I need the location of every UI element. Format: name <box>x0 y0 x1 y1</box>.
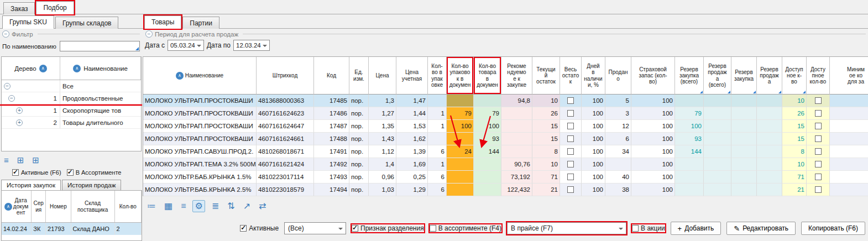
row-checkbox-cell[interactable] <box>560 184 582 196</box>
table-row[interactable]: МОЛОКО УЛЬТРАП.ТЕМА 3.2% 500М46071616214… <box>143 158 868 171</box>
checkbox-box[interactable] <box>815 174 822 180</box>
products-column-header-5[interactable]: Цена учетная <box>396 57 428 95</box>
main-tab-1[interactable]: Подбор <box>36 1 74 14</box>
table-row[interactable]: МОЛОКО УЛЬТРАП.ПРОСТОКВАШИ48136880003631… <box>143 95 868 107</box>
add-button[interactable]: + Добавить <box>671 222 721 235</box>
numbered-list-icon[interactable]: ≣ <box>210 201 221 212</box>
settings-gear-icon[interactable]: ⚙ <box>192 200 205 212</box>
split-flag-checkbox[interactable]: Признак разделения <box>352 224 424 232</box>
row-checkbox-cell[interactable] <box>807 171 830 184</box>
row-checkbox-cell[interactable] <box>807 145 830 158</box>
history-column-header-0[interactable]: ∧Дата докум ент <box>2 191 32 222</box>
expand-icon[interactable]: + <box>16 107 23 114</box>
tree-column-header-0[interactable]: Дерево∧ <box>2 57 60 80</box>
checkbox-box[interactable] <box>567 186 574 193</box>
tree-row[interactable]: +2Товары длительного <box>2 117 141 129</box>
products-column-header-19[interactable]: Доступ ное к- во <box>782 57 807 95</box>
products-column-header-20[interactable]: Досту пное кол-во <box>807 57 830 95</box>
main-tab-0[interactable]: Заказ <box>3 2 35 14</box>
products-column-header-8[interactable]: Кол-во товара в докумен <box>474 57 501 95</box>
calendar-dropdown-icon[interactable] <box>197 45 201 47</box>
collapse-icon[interactable]: − <box>8 95 15 102</box>
refresh-icon[interactable]: ⇄ <box>257 201 268 212</box>
table-row[interactable]: МОЛОКО УЛЬТРАП.ПРОСТОКВАШИ46071616246611… <box>143 133 868 145</box>
goods-tab-0[interactable]: Товары <box>144 15 181 29</box>
history-tab-1[interactable]: История продаж <box>62 180 121 190</box>
grid-icon[interactable]: ▦ <box>163 201 174 212</box>
all-select[interactable]: (Все) <box>284 222 346 234</box>
checkbox-box[interactable] <box>567 97 574 104</box>
checkbox-box[interactable] <box>430 225 436 232</box>
tree-row[interactable]: +1Скоропортящие тов <box>2 104 141 117</box>
sku-tab-1[interactable]: Группы складов <box>55 17 118 29</box>
checkbox-box[interactable] <box>815 110 822 117</box>
goods-tab-1[interactable]: Партии <box>182 17 219 29</box>
checkbox-box[interactable] <box>567 135 574 142</box>
products-column-header-16[interactable]: Резерв продаж а (всего) <box>704 57 731 95</box>
products-column-header-6[interactable]: Кол- во в упак овке <box>428 57 447 95</box>
products-column-header-9[interactable]: Рекоме ндуемо е к закупке <box>501 57 532 95</box>
expand-icon[interactable]: + <box>16 119 23 126</box>
table-row[interactable]: МОЛОКО УЛЬТР.БАБ.КРЫНКА 1.5%481022301711… <box>143 171 868 184</box>
row-checkbox-cell[interactable] <box>560 171 582 184</box>
products-column-header-14[interactable]: Страховой запас (кол- во) <box>631 57 675 95</box>
checkbox-box[interactable] <box>815 123 822 129</box>
checklist-icon[interactable]: ≔ <box>145 201 158 212</box>
checkbox-box[interactable] <box>567 123 574 129</box>
products-column-header-3[interactable]: Ед. изм. <box>349 57 369 95</box>
sort-list-icon[interactable]: ⇅ <box>226 201 236 212</box>
checkbox-box[interactable] <box>240 225 247 232</box>
row-checkbox-cell[interactable] <box>807 133 830 145</box>
products-column-header-21[interactable]: Миним ое ко для за <box>830 57 868 95</box>
checkbox-box[interactable] <box>352 225 358 232</box>
assortment-checkbox[interactable]: В ассортименте (F4) <box>430 224 501 232</box>
row-checkbox-cell[interactable] <box>560 107 582 120</box>
history-column-header-3[interactable]: Склад поставщика <box>71 191 115 222</box>
filter-icon[interactable]: ≡ <box>179 201 187 212</box>
table-row[interactable]: МОЛОКО УЛЬТРАП.ПРОСТОКВАШИ46071616246471… <box>143 120 868 133</box>
checkbox-box[interactable] <box>815 135 822 142</box>
row-checkbox-cell[interactable] <box>560 158 582 171</box>
tree-filter-checkbox-0[interactable]: Активные (F6) <box>12 169 61 176</box>
table-row[interactable]: МОЛОКО УЛЬТР.БАБ.КРЫНКА 2.5%481022301857… <box>143 184 868 196</box>
products-column-header-15[interactable]: Резерв закупка (всего) <box>675 57 704 95</box>
date-to-input[interactable]: 12.03.24 <box>233 40 270 51</box>
checkbox-box[interactable] <box>815 161 822 167</box>
history-column-header-4[interactable]: Кол-во <box>115 191 142 222</box>
filter-icon[interactable]: ≡ <box>2 155 11 165</box>
active-filter-checkbox[interactable]: Активные <box>240 224 279 232</box>
row-checkbox-cell[interactable] <box>807 184 830 196</box>
checkbox-box[interactable] <box>12 169 19 176</box>
checkbox-box[interactable] <box>567 161 574 167</box>
row-checkbox-cell[interactable] <box>807 95 830 107</box>
checkbox-box[interactable] <box>567 110 574 117</box>
sku-tab-0[interactable]: Группы SKU <box>2 15 54 29</box>
history-column-header-2[interactable]: Номер <box>46 191 71 222</box>
tree-column-header-1[interactable]: ∧Наименование <box>60 57 141 80</box>
row-checkbox-cell[interactable] <box>560 145 582 158</box>
products-column-header-13[interactable]: Продан о <box>605 57 631 95</box>
table-row[interactable]: МОЛОКО УЛЬТРАП.ПРОСТОКВАШИ46071616246231… <box>143 107 868 120</box>
export-icon[interactable]: ↗ <box>242 201 252 212</box>
add-group-icon[interactable]: ⊞ <box>30 155 41 165</box>
row-checkbox-cell[interactable] <box>560 120 582 133</box>
products-column-header-0[interactable]: ∧Наименование <box>143 57 257 95</box>
add-item-icon[interactable]: ⊞ <box>15 155 26 165</box>
history-tab-0[interactable]: История закупок <box>1 180 61 190</box>
table-row[interactable]: МОЛОКО УЛЬТРАП.САВУШ.ПРОД.2.481026801867… <box>143 145 868 158</box>
checkbox-box[interactable] <box>815 148 822 155</box>
products-column-header-12[interactable]: Дней в наличи и, % <box>582 57 605 95</box>
sort-icon[interactable]: ∧ <box>39 65 47 72</box>
products-column-header-18[interactable]: Резерв продаж а <box>757 57 782 95</box>
promo-checkbox[interactable]: В акции <box>632 224 665 232</box>
tree-filter-checkbox-1[interactable]: В Ассортименте <box>67 169 122 176</box>
tree-row[interactable]: −1Продовольственные <box>2 92 141 104</box>
row-checkbox-cell[interactable] <box>560 133 582 145</box>
sort-icon[interactable]: ∧ <box>176 72 184 80</box>
products-column-header-17[interactable]: Резерв закупка <box>731 57 757 95</box>
checkbox-box[interactable] <box>67 169 74 176</box>
products-column-header-2[interactable]: Код <box>314 57 349 95</box>
products-column-header-10[interactable]: Текущи й остаток <box>532 57 560 95</box>
collapse-period-icon[interactable]: − <box>145 30 153 38</box>
row-checkbox-cell[interactable] <box>807 107 830 120</box>
